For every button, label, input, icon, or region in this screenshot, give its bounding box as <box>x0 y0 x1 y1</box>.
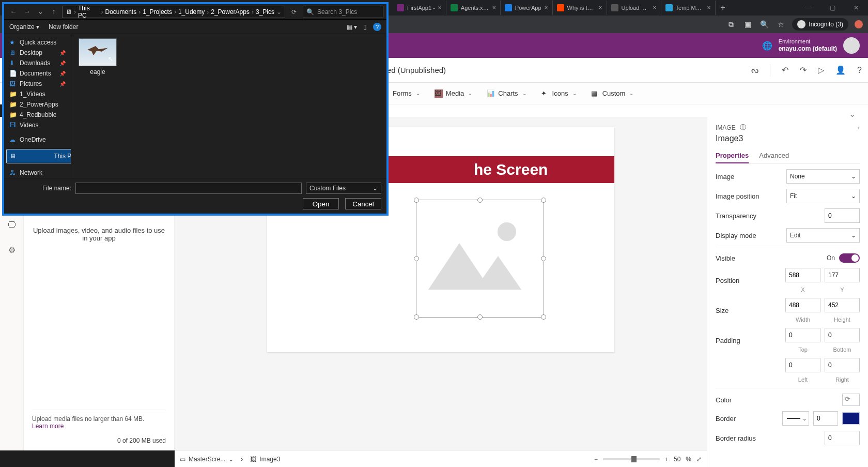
search-input[interactable]: 🔍Search 3_Pics <box>303 6 383 18</box>
close-window-button[interactable]: ✕ <box>844 4 868 11</box>
tab-agents[interactable]: Agents.xlsx × <box>446 1 501 15</box>
nav-forward-button[interactable]: → <box>21 6 33 18</box>
preview-pane-button[interactable]: ▯ <box>363 23 367 31</box>
control-name[interactable]: Image3 <box>716 134 860 143</box>
tab-tempmail[interactable]: Temp Mail - × <box>661 1 716 15</box>
visible-toggle[interactable] <box>839 253 860 263</box>
tab-advanced[interactable]: Advanced <box>759 148 789 163</box>
redo-button[interactable]: ↷ <box>800 65 807 75</box>
star-icon[interactable]: ☆ <box>776 20 786 28</box>
tree-desktop[interactable]: 🖥Desktop📌 <box>6 48 69 58</box>
position-x-input[interactable] <box>785 268 820 282</box>
tab-reddit[interactable]: Why is ther × <box>553 1 607 15</box>
file-item-eagle[interactable]: ↖ eagle <box>75 38 120 76</box>
cancel-button[interactable]: Cancel <box>345 198 381 209</box>
nav-recent-button[interactable]: ⌄ <box>34 6 47 18</box>
zoom-icon[interactable]: 🔍 <box>759 20 769 28</box>
minimize-button[interactable]: — <box>797 4 820 11</box>
advanced-tools-icon[interactable]: ⚙ <box>8 245 16 255</box>
environment-picker[interactable]: Environment enayu.com (default) <box>779 38 837 53</box>
tree-documents[interactable]: 📄Documents📌 <box>6 68 69 79</box>
user-avatar[interactable] <box>843 37 860 54</box>
share-button[interactable]: 👤 <box>835 65 846 75</box>
expand-props-icon[interactable]: › <box>858 124 860 131</box>
display-mode-select[interactable]: Edit⌄ <box>786 228 860 243</box>
border-width-input[interactable] <box>813 411 838 426</box>
maximize-button[interactable]: ▢ <box>820 4 844 11</box>
refresh-button[interactable]: ⟳ <box>287 8 301 16</box>
app-checker-icon[interactable]: ᔓ <box>751 65 758 75</box>
image-control[interactable] <box>416 200 544 318</box>
border-color-picker[interactable] <box>842 412 860 425</box>
ribbon-charts[interactable]: 📊Charts⌄ <box>487 89 526 98</box>
file-type-filter[interactable]: Custom Files⌄ <box>306 183 381 194</box>
undo-button[interactable]: ↶ <box>782 65 788 75</box>
transparency-input[interactable] <box>825 208 860 223</box>
tab-firstapp[interactable]: FirstApp1 - × <box>393 1 446 15</box>
close-icon[interactable]: × <box>438 4 442 11</box>
help-icon[interactable]: ? <box>373 23 381 31</box>
info-icon[interactable]: ⓘ <box>740 123 746 132</box>
tree-network[interactable]: 🖧Network <box>6 168 69 178</box>
cast-icon[interactable]: ▣ <box>742 20 753 28</box>
close-icon[interactable]: × <box>599 4 602 11</box>
tree-quick-access[interactable]: ★Quick access <box>6 37 69 48</box>
file-list[interactable]: ↖ eagle <box>71 34 386 178</box>
ribbon-custom[interactable]: ▦Custom⌄ <box>591 89 634 98</box>
tree-this-pc[interactable]: 🖥This PC <box>6 149 71 163</box>
height-input[interactable] <box>825 298 860 312</box>
position-y-input[interactable] <box>825 268 860 282</box>
tab-properties[interactable]: Properties <box>716 148 749 163</box>
nav-up-button[interactable]: ↑ <box>48 6 60 18</box>
ribbon-icons[interactable]: ✦Icons⌄ <box>541 89 577 98</box>
tree-1videos[interactable]: 📁1_Videos <box>6 89 69 99</box>
nav-back-button[interactable]: ← <box>7 6 20 18</box>
tree-4redbubble[interactable]: 📁4_Redbubble <box>6 110 69 120</box>
close-icon[interactable]: × <box>492 4 496 11</box>
zoom-out-button[interactable]: − <box>594 456 598 463</box>
tree-onedrive[interactable]: ☁OneDrive <box>6 134 69 145</box>
ribbon-media[interactable]: 🖼Media⌄ <box>435 89 472 98</box>
qr-icon[interactable]: ⧉ <box>726 20 736 29</box>
ribbon-forms[interactable]: Forms⌄ <box>393 89 420 97</box>
pad-right-input[interactable] <box>825 358 860 372</box>
pad-top-input[interactable] <box>785 328 820 342</box>
profile-icon[interactable] <box>855 20 863 28</box>
image-select[interactable]: None⌄ <box>786 169 860 184</box>
preview-button[interactable]: ▷ <box>818 65 824 75</box>
filename-input[interactable] <box>75 183 302 194</box>
tree-videos[interactable]: 🎞Videos <box>6 120 69 130</box>
border-style-select[interactable]: ⌄ <box>782 411 809 426</box>
new-tab-button[interactable]: + <box>716 3 731 12</box>
path-breadcrumb[interactable]: 🖥› This PC› Documents› 1_Projects› 1_Ude… <box>62 6 285 18</box>
image-position-select[interactable]: Fit⌄ <box>786 189 860 203</box>
help-button[interactable]: ? <box>857 66 862 75</box>
pad-left-input[interactable] <box>785 358 820 372</box>
color-picker[interactable]: ⟳ <box>842 394 860 406</box>
tab-powerapps[interactable]: PowerApp × <box>501 1 553 15</box>
new-folder-button[interactable]: New folder <box>49 23 78 31</box>
breadcrumb-screen[interactable]: ▭ MasterScre... ⌄ <box>180 456 234 463</box>
tree-pictures[interactable]: 🖼Pictures📌 <box>6 79 69 89</box>
incognito-indicator[interactable]: Incognito (3) <box>792 18 848 31</box>
zoom-in-button[interactable]: + <box>665 456 669 463</box>
close-icon[interactable]: × <box>545 4 548 11</box>
open-button[interactable]: Open <box>303 198 339 209</box>
close-icon[interactable]: × <box>653 4 657 11</box>
view-mode-button[interactable]: ▦ ▾ <box>347 23 357 31</box>
pad-bottom-input[interactable] <box>825 328 860 342</box>
close-icon[interactable]: × <box>707 4 711 11</box>
breadcrumb-control[interactable]: 🖼 Image3 <box>250 456 280 463</box>
tree-downloads[interactable]: ⬇Downloads📌 <box>6 58 69 68</box>
status-bar: ▭ MasterScre... ⌄ › 🖼 Image3 − + 50 % ⤢ <box>175 450 707 467</box>
learn-more-link[interactable]: Learn more <box>32 423 64 430</box>
fit-screen-icon[interactable]: ⤢ <box>696 456 702 463</box>
tree-2powerapps[interactable]: 📁2_PowerApps <box>6 99 69 110</box>
zoom-slider[interactable] <box>603 458 660 460</box>
border-radius-input[interactable] <box>825 431 860 445</box>
media-rail-icon[interactable]: 🖵 <box>8 220 16 230</box>
window-controls: — ▢ ✕ <box>797 4 868 11</box>
width-input[interactable] <box>785 298 820 312</box>
tab-upload[interactable]: Upload File × <box>607 1 661 15</box>
organize-menu[interactable]: Organize ▾ <box>9 23 39 31</box>
